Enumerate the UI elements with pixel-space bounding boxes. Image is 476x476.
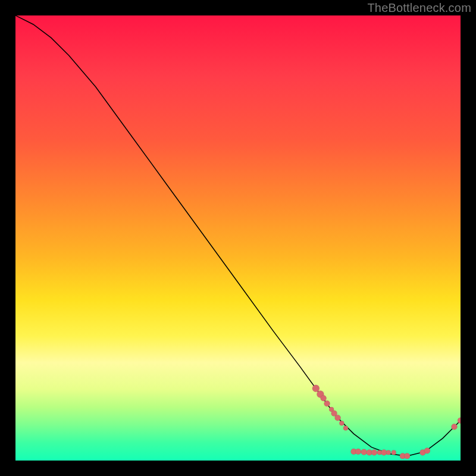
data-marker (324, 400, 330, 406)
data-marker (386, 450, 391, 455)
data-marker (371, 450, 377, 456)
data-marker (312, 385, 320, 392)
watermark-label: TheBottleneck.com (367, 1, 471, 15)
data-marker (343, 425, 348, 430)
data-marker (424, 448, 430, 454)
data-marker (355, 449, 361, 455)
chart-svg (15, 15, 461, 461)
data-marker (452, 424, 458, 430)
marker-group (312, 385, 461, 459)
data-marker (404, 453, 410, 459)
data-marker (321, 395, 327, 401)
chart-frame: TheBottleneck.com (0, 0, 476, 476)
plot-area (15, 15, 461, 461)
data-marker (392, 450, 396, 455)
bottleneck-curve (15, 15, 461, 456)
data-marker (335, 415, 341, 421)
data-marker (361, 449, 367, 455)
data-marker (339, 421, 344, 425)
